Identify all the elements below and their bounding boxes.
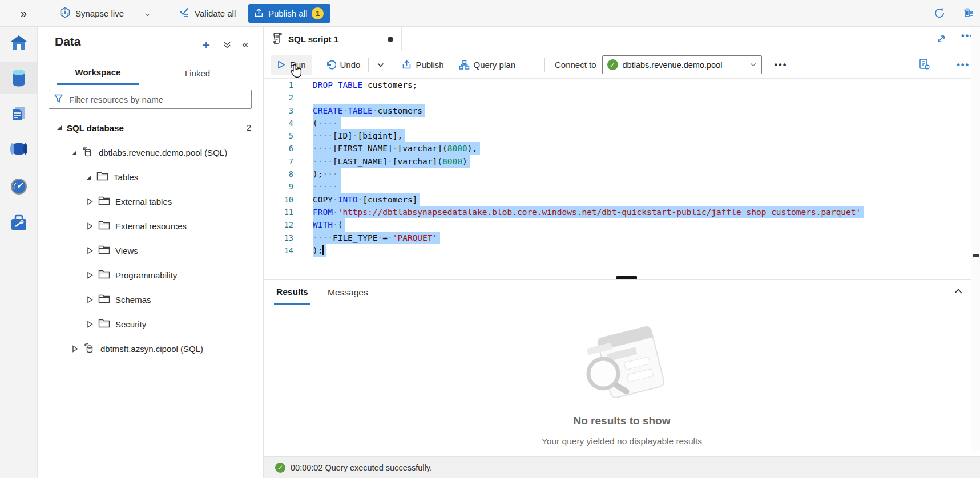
undo-button[interactable]: Undo — [320, 55, 366, 75]
document-tab-strip: SQL script 1 ••• — [264, 27, 980, 51]
chevron-down-icon: ⌄ — [144, 9, 151, 18]
folder-icon — [98, 269, 110, 281]
code-line[interactable]: 4(···· — [264, 117, 971, 129]
code-line[interactable]: 1DROP TABLE customers; — [264, 79, 971, 91]
tree-row[interactable]: Security — [38, 312, 264, 337]
data-explorer-panel: Data + « Workspace Linked SQL database2d… — [38, 27, 264, 478]
status-message: 00:00:02 Query executed successfully. — [291, 463, 432, 472]
code-line[interactable]: 10COPY·INTO·[customers] — [264, 193, 971, 206]
collapse-results-chevron[interactable] — [953, 286, 964, 299]
editor-more-icon[interactable]: ••• — [957, 60, 970, 70]
publish-all-button[interactable]: Publish all 1 — [248, 4, 330, 23]
expand-editor-icon[interactable] — [936, 34, 946, 46]
synapse-logo-icon — [59, 7, 71, 20]
properties-icon[interactable] — [918, 58, 930, 72]
code-line[interactable]: 6····[FIRST_NAME]·[varchar](8000), — [264, 142, 971, 155]
run-icon — [276, 60, 286, 70]
sql-code-editor[interactable]: 1DROP TABLE customers;23CREATE·TABLE·cus… — [264, 79, 971, 279]
expander-collapsed-icon[interactable] — [72, 345, 78, 353]
run-button[interactable]: Run — [271, 55, 312, 75]
folder-icon — [98, 196, 110, 208]
code-line[interactable]: 13····FILE_TYPE·=·'PARQUET' — [264, 232, 971, 244]
nav-home-icon[interactable] — [0, 27, 37, 59]
expander-collapsed-icon[interactable] — [87, 272, 93, 279]
refresh-icon[interactable] — [933, 0, 946, 26]
query-status-bar: ✓ 00:00:02 Query executed successfully. — [264, 456, 980, 478]
tab-results[interactable]: Results — [274, 280, 310, 305]
success-icon: ✓ — [275, 463, 285, 473]
line-content: ····[LAST_NAME]·[varchar](8000) — [313, 155, 470, 168]
line-number: 12 — [264, 218, 293, 231]
code-line[interactable]: 9····· — [264, 180, 971, 193]
code-line[interactable]: 14); — [264, 244, 971, 257]
tree-row[interactable]: Schemas — [38, 287, 264, 312]
tree-row-label: Programmability — [115, 270, 177, 280]
line-number: 7 — [264, 155, 293, 168]
tree-row-label: Schemas — [115, 295, 151, 305]
toolbar-more-icon[interactable]: ••• — [775, 60, 788, 70]
code-line[interactable]: 12WITH·( — [264, 218, 971, 231]
tab-linked[interactable]: Linked — [163, 61, 232, 85]
scrollbar-cursor-marker — [973, 254, 979, 257]
tree-row[interactable]: SQL database2 — [38, 116, 264, 140]
nav-develop-icon[interactable] — [0, 98, 37, 129]
code-line[interactable]: 11FROM·'https://dbtlabsynapsedatalake.bl… — [264, 206, 971, 218]
expander-expanded-icon[interactable] — [57, 125, 62, 130]
line-content: (···· — [313, 117, 341, 129]
code-line[interactable]: 2 — [264, 91, 971, 104]
expander-collapsed-icon[interactable] — [87, 222, 93, 230]
expander-collapsed-icon[interactable] — [87, 296, 93, 303]
tree-row-label: External tables — [115, 197, 172, 206]
sql-pool-icon — [83, 342, 95, 356]
tree-row[interactable]: dbtmsft.azsyn.cipool (SQL) — [38, 337, 264, 361]
nav-monitor-icon[interactable] — [0, 171, 37, 202]
query-plan-button[interactable]: Query plan — [453, 55, 521, 75]
collapse-panel-icon[interactable]: « — [242, 37, 249, 51]
publish-button[interactable]: Publish — [396, 55, 449, 75]
folder-icon — [98, 294, 110, 306]
nav-data-icon[interactable] — [0, 62, 37, 94]
tab-messages[interactable]: Messages — [328, 280, 368, 305]
discard-all-icon[interactable] — [962, 0, 974, 26]
filter-resources-input[interactable] — [68, 94, 247, 105]
tree-row[interactable]: External resources — [38, 214, 264, 238]
expander-collapsed-icon[interactable] — [87, 198, 93, 205]
results-header: Results Messages — [264, 279, 980, 305]
folder-icon — [98, 220, 110, 232]
tree-row[interactable]: dbtlabs.revenue.demo.pool (SQL) — [38, 140, 264, 165]
tab-workspace[interactable]: Workspace — [57, 61, 139, 85]
code-line[interactable]: 8);··· — [264, 168, 971, 180]
expander-collapsed-icon[interactable] — [87, 247, 93, 254]
selected-pool: dbtlabs.revenue.demo.pool — [623, 60, 745, 70]
line-content: CREATE·TABLE·customers — [313, 104, 425, 117]
tree-row[interactable]: Programmability — [38, 263, 264, 287]
tab-sql-script[interactable]: SQL script 1 — [264, 27, 402, 51]
expander-expanded-icon[interactable] — [72, 151, 76, 155]
line-content: ····[FIRST_NAME]·[varchar](8000), — [313, 142, 480, 155]
filter-resources-box — [49, 90, 252, 109]
code-line[interactable]: 3CREATE·TABLE·customers — [264, 104, 971, 117]
code-line[interactable]: 5····[ID]·[bigint], — [264, 129, 971, 142]
add-resource-icon[interactable]: + — [202, 37, 210, 53]
expand-rail-icon[interactable]: » — [21, 0, 27, 26]
tree-row[interactable]: Views — [38, 238, 264, 263]
connect-to-dropdown[interactable]: ✓ dbtlabs.revenue.demo.pool — [602, 55, 762, 74]
editor-scrollbar[interactable] — [971, 27, 980, 451]
run-options-chevron[interactable] — [371, 55, 390, 75]
line-content: DROP TABLE customers; — [313, 79, 417, 91]
tree-row[interactable]: External tables — [38, 189, 264, 214]
validate-all-button[interactable]: Validate all — [179, 0, 236, 26]
nav-manage-icon[interactable] — [0, 207, 37, 239]
expander-collapsed-icon[interactable] — [87, 321, 93, 328]
mode-switcher[interactable]: Synapse live ⌄ — [59, 0, 151, 26]
pool-online-icon: ✓ — [607, 59, 618, 70]
folder-icon — [98, 318, 110, 330]
nav-integrate-icon[interactable] — [0, 133, 37, 165]
expander-expanded-icon[interactable] — [87, 175, 91, 180]
editor-panel: SQL script 1 ••• Run Undo Pu — [264, 27, 980, 478]
tree-row[interactable]: Tables — [38, 165, 264, 189]
collapse-all-icon[interactable] — [223, 39, 232, 52]
sql-pool-icon — [82, 146, 94, 160]
code-line[interactable]: 7····[LAST_NAME]·[varchar](8000) — [264, 155, 971, 168]
empty-subtitle: Your query yielded no displayable result… — [264, 436, 980, 447]
